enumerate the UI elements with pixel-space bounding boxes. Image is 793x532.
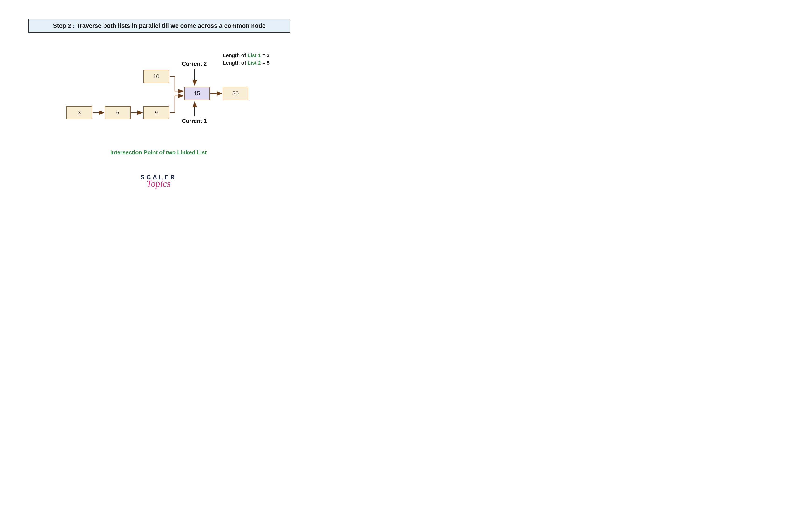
logo-topics-text: Topics (0, 178, 317, 189)
node-9: 9 (144, 106, 169, 119)
node-15-intersection: 15 (184, 87, 210, 100)
banner-text: Step 2 : Traverse both lists in parallel… (53, 22, 266, 30)
diagram-caption: Intersection Point of two Linked List (0, 149, 317, 156)
node-6: 6 (105, 106, 131, 119)
node-3: 3 (67, 106, 92, 119)
current2-label: Current 2 (182, 61, 207, 67)
linked-list-diagram: 3 6 9 10 15 30 Current 2 Current 1 (63, 57, 254, 132)
node-10: 10 (144, 70, 169, 83)
scaler-logo: SCALER Topics (0, 174, 317, 189)
current1-label: Current 1 (182, 118, 207, 124)
node-30: 30 (223, 87, 248, 100)
step-banner: Step 2 : Traverse both lists in parallel… (28, 19, 290, 33)
